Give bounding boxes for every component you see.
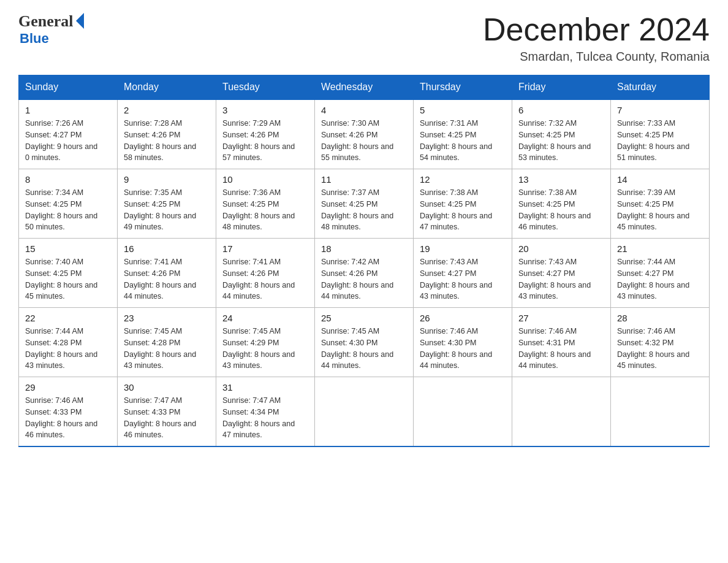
header-wednesday: Wednesday (315, 75, 414, 100)
day-info: Sunrise: 7:46 AMSunset: 4:33 PMDaylight:… (25, 395, 111, 441)
day-info: Sunrise: 7:46 AMSunset: 4:32 PMDaylight:… (617, 326, 703, 372)
header-sunday: Sunday (19, 75, 118, 100)
table-row: 20Sunrise: 7:43 AMSunset: 4:27 PMDayligh… (512, 239, 611, 308)
table-row: 29Sunrise: 7:46 AMSunset: 4:33 PMDayligh… (19, 377, 118, 447)
day-info: Sunrise: 7:30 AMSunset: 4:26 PMDaylight:… (321, 118, 407, 164)
day-number: 19 (420, 243, 506, 254)
table-row (414, 377, 512, 447)
day-number: 27 (518, 313, 604, 323)
day-number: 18 (321, 243, 407, 254)
day-info: Sunrise: 7:47 AMSunset: 4:34 PMDaylight:… (222, 395, 308, 441)
day-info: Sunrise: 7:46 AMSunset: 4:30 PMDaylight:… (420, 326, 506, 372)
calendar-week-row: 29Sunrise: 7:46 AMSunset: 4:33 PMDayligh… (19, 377, 710, 447)
day-info: Sunrise: 7:32 AMSunset: 4:25 PMDaylight:… (518, 118, 604, 164)
day-number: 7 (617, 105, 703, 115)
table-row: 17Sunrise: 7:41 AMSunset: 4:26 PMDayligh… (216, 239, 315, 308)
day-number: 21 (617, 243, 703, 254)
day-info: Sunrise: 7:37 AMSunset: 4:25 PMDaylight:… (321, 187, 407, 233)
logo-triangle-icon (76, 13, 84, 29)
table-row: 5Sunrise: 7:31 AMSunset: 4:25 PMDaylight… (414, 99, 512, 169)
day-info: Sunrise: 7:28 AMSunset: 4:26 PMDaylight:… (124, 118, 210, 164)
table-row: 7Sunrise: 7:33 AMSunset: 4:25 PMDaylight… (611, 99, 710, 169)
day-info: Sunrise: 7:47 AMSunset: 4:33 PMDaylight:… (124, 395, 210, 441)
day-number: 16 (124, 243, 210, 254)
header-thursday: Thursday (414, 75, 512, 100)
calendar-week-row: 8Sunrise: 7:34 AMSunset: 4:25 PMDaylight… (19, 169, 710, 239)
day-number: 14 (617, 174, 703, 185)
table-row: 14Sunrise: 7:39 AMSunset: 4:25 PMDayligh… (611, 169, 710, 239)
table-row: 24Sunrise: 7:45 AMSunset: 4:29 PMDayligh… (216, 308, 315, 377)
day-number: 5 (420, 105, 506, 115)
day-info: Sunrise: 7:43 AMSunset: 4:27 PMDaylight:… (518, 256, 604, 302)
table-row: 11Sunrise: 7:37 AMSunset: 4:25 PMDayligh… (315, 169, 414, 239)
table-row: 16Sunrise: 7:41 AMSunset: 4:26 PMDayligh… (118, 239, 216, 308)
day-number: 2 (124, 105, 210, 115)
day-number: 1 (25, 105, 111, 115)
day-info: Sunrise: 7:40 AMSunset: 4:25 PMDaylight:… (25, 256, 111, 302)
table-row: 22Sunrise: 7:44 AMSunset: 4:28 PMDayligh… (19, 308, 118, 377)
day-info: Sunrise: 7:43 AMSunset: 4:27 PMDaylight:… (420, 256, 506, 302)
day-number: 11 (321, 174, 407, 185)
calendar-week-row: 22Sunrise: 7:44 AMSunset: 4:28 PMDayligh… (19, 308, 710, 377)
day-number: 3 (222, 105, 308, 115)
day-info: Sunrise: 7:44 AMSunset: 4:28 PMDaylight:… (25, 326, 111, 372)
day-number: 4 (321, 105, 407, 115)
day-info: Sunrise: 7:26 AMSunset: 4:27 PMDaylight:… (25, 118, 111, 164)
table-row: 6Sunrise: 7:32 AMSunset: 4:25 PMDaylight… (512, 99, 611, 169)
table-row: 25Sunrise: 7:45 AMSunset: 4:30 PMDayligh… (315, 308, 414, 377)
day-number: 26 (420, 313, 506, 323)
day-number: 22 (25, 313, 111, 323)
day-number: 20 (518, 243, 604, 254)
day-info: Sunrise: 7:45 AMSunset: 4:29 PMDaylight:… (222, 326, 308, 372)
title-block: December 2024 Smardan, Tulcea County, Ro… (483, 12, 710, 64)
day-number: 13 (518, 174, 604, 185)
calendar-header-row: Sunday Monday Tuesday Wednesday Thursday… (19, 75, 710, 100)
table-row: 30Sunrise: 7:47 AMSunset: 4:33 PMDayligh… (118, 377, 216, 447)
table-row: 12Sunrise: 7:38 AMSunset: 4:25 PMDayligh… (414, 169, 512, 239)
day-number: 15 (25, 243, 111, 254)
table-row: 15Sunrise: 7:40 AMSunset: 4:25 PMDayligh… (19, 239, 118, 308)
day-info: Sunrise: 7:44 AMSunset: 4:27 PMDaylight:… (617, 256, 703, 302)
table-row: 9Sunrise: 7:35 AMSunset: 4:25 PMDaylight… (118, 169, 216, 239)
day-info: Sunrise: 7:42 AMSunset: 4:26 PMDaylight:… (321, 256, 407, 302)
calendar-week-row: 15Sunrise: 7:40 AMSunset: 4:25 PMDayligh… (19, 239, 710, 308)
day-info: Sunrise: 7:41 AMSunset: 4:26 PMDaylight:… (222, 256, 308, 302)
table-row: 13Sunrise: 7:38 AMSunset: 4:25 PMDayligh… (512, 169, 611, 239)
header-friday: Friday (512, 75, 611, 100)
day-info: Sunrise: 7:45 AMSunset: 4:30 PMDaylight:… (321, 326, 407, 372)
day-number: 10 (222, 174, 308, 185)
table-row (315, 377, 414, 447)
day-info: Sunrise: 7:46 AMSunset: 4:31 PMDaylight:… (518, 326, 604, 372)
day-number: 9 (124, 174, 210, 185)
day-info: Sunrise: 7:35 AMSunset: 4:25 PMDaylight:… (124, 187, 210, 233)
day-number: 30 (124, 382, 210, 393)
day-number: 8 (25, 174, 111, 185)
table-row: 26Sunrise: 7:46 AMSunset: 4:30 PMDayligh… (414, 308, 512, 377)
day-info: Sunrise: 7:31 AMSunset: 4:25 PMDaylight:… (420, 118, 506, 164)
day-number: 6 (518, 105, 604, 115)
header-monday: Monday (118, 75, 216, 100)
day-info: Sunrise: 7:45 AMSunset: 4:28 PMDaylight:… (124, 326, 210, 372)
day-info: Sunrise: 7:29 AMSunset: 4:26 PMDaylight:… (222, 118, 308, 164)
table-row: 27Sunrise: 7:46 AMSunset: 4:31 PMDayligh… (512, 308, 611, 377)
day-info: Sunrise: 7:38 AMSunset: 4:25 PMDaylight:… (420, 187, 506, 233)
day-info: Sunrise: 7:41 AMSunset: 4:26 PMDaylight:… (124, 256, 210, 302)
day-info: Sunrise: 7:39 AMSunset: 4:25 PMDaylight:… (617, 187, 703, 233)
page-header: General Blue December 2024 Smardan, Tulc… (18, 12, 710, 64)
day-number: 17 (222, 243, 308, 254)
location: Smardan, Tulcea County, Romania (483, 50, 710, 64)
header-tuesday: Tuesday (216, 75, 315, 100)
logo: General Blue (18, 12, 84, 47)
day-number: 25 (321, 313, 407, 323)
table-row: 19Sunrise: 7:43 AMSunset: 4:27 PMDayligh… (414, 239, 512, 308)
table-row: 4Sunrise: 7:30 AMSunset: 4:26 PMDaylight… (315, 99, 414, 169)
table-row: 2Sunrise: 7:28 AMSunset: 4:26 PMDaylight… (118, 99, 216, 169)
calendar-week-row: 1Sunrise: 7:26 AMSunset: 4:27 PMDaylight… (19, 99, 710, 169)
day-info: Sunrise: 7:38 AMSunset: 4:25 PMDaylight:… (518, 187, 604, 233)
month-title: December 2024 (483, 12, 710, 47)
table-row: 31Sunrise: 7:47 AMSunset: 4:34 PMDayligh… (216, 377, 315, 447)
table-row: 1Sunrise: 7:26 AMSunset: 4:27 PMDaylight… (19, 99, 118, 169)
day-info: Sunrise: 7:34 AMSunset: 4:25 PMDaylight:… (25, 187, 111, 233)
day-info: Sunrise: 7:36 AMSunset: 4:25 PMDaylight:… (222, 187, 308, 233)
logo-blue-text: Blue (20, 31, 49, 47)
